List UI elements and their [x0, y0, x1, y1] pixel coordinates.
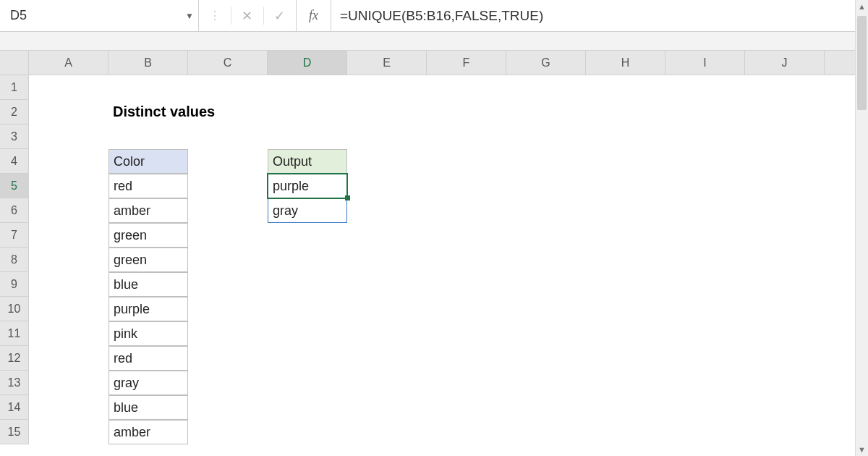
col-header-F[interactable]: F [427, 51, 506, 75]
cell-F5[interactable] [427, 174, 506, 198]
cell-E7[interactable] [347, 223, 427, 248]
cell-J11[interactable] [745, 321, 825, 346]
cell-D8[interactable] [268, 248, 347, 272]
cell-G14[interactable] [506, 395, 586, 420]
cell-D6[interactable]: gray [268, 198, 347, 223]
cancel-icon[interactable]: ✕ [231, 0, 263, 31]
row-header-7[interactable]: 7 [0, 223, 29, 248]
row-header-14[interactable]: 14 [0, 395, 29, 420]
cell-J15[interactable] [745, 420, 825, 444]
cell-B3[interactable] [109, 124, 188, 149]
col-header-D[interactable]: D [268, 51, 347, 75]
cell-F6[interactable] [427, 198, 506, 223]
cell-I1[interactable] [665, 75, 745, 100]
cell-F13[interactable] [427, 371, 506, 395]
cell-B7[interactable]: green [109, 223, 188, 248]
row-header-6[interactable]: 6 [0, 198, 29, 223]
cell-F7[interactable] [427, 223, 506, 248]
cell-A8[interactable] [29, 248, 109, 272]
name-box-dropdown-icon[interactable]: ▼ [185, 11, 194, 21]
cell-E12[interactable] [347, 346, 427, 371]
cell-H4[interactable] [586, 149, 665, 174]
cell-B13[interactable]: gray [109, 371, 188, 395]
cell-H5[interactable] [586, 174, 665, 198]
cell-J4[interactable] [745, 149, 825, 174]
cell-A4[interactable] [29, 149, 109, 174]
cell-D1[interactable] [268, 75, 347, 100]
scroll-up-icon[interactable]: ▲ [858, 0, 866, 13]
cell-I9[interactable] [665, 272, 745, 297]
cell-J1[interactable] [745, 75, 825, 100]
cell-I4[interactable] [665, 149, 745, 174]
cell-D15[interactable] [268, 420, 347, 444]
more-icon[interactable]: ⋮ [199, 0, 231, 31]
cell-J9[interactable] [745, 272, 825, 297]
cell-A6[interactable] [29, 198, 109, 223]
cell-A1[interactable] [29, 75, 109, 100]
cell-J6[interactable] [745, 198, 825, 223]
cell-G8[interactable] [506, 248, 586, 272]
row-header-2[interactable]: 2 [0, 100, 29, 124]
fx-icon[interactable]: fx [297, 0, 331, 31]
cell-E13[interactable] [347, 371, 427, 395]
cell-J3[interactable] [745, 124, 825, 149]
row-header-1[interactable]: 1 [0, 75, 29, 100]
cell-F14[interactable] [427, 395, 506, 420]
col-header-A[interactable]: A [29, 51, 109, 75]
col-header-E[interactable]: E [347, 51, 427, 75]
cell-A15[interactable] [29, 420, 109, 444]
cell-B2-title[interactable]: Distinct values [109, 100, 427, 124]
cell-C6[interactable] [188, 198, 268, 223]
cell-G4[interactable] [506, 149, 586, 174]
cell-B9[interactable]: blue [109, 272, 188, 297]
cell-D11[interactable] [268, 321, 347, 346]
cell-F4[interactable] [427, 149, 506, 174]
cell-C3[interactable] [188, 124, 268, 149]
cell-E1[interactable] [347, 75, 427, 100]
cell-G11[interactable] [506, 321, 586, 346]
cell-H1[interactable] [586, 75, 665, 100]
cell-A12[interactable] [29, 346, 109, 371]
cell-G9[interactable] [506, 272, 586, 297]
cell-D7[interactable] [268, 223, 347, 248]
cell-C13[interactable] [188, 371, 268, 395]
cell-D9[interactable] [268, 272, 347, 297]
cell-D4-header[interactable]: Output [268, 149, 347, 174]
cell-B10[interactable]: purple [109, 297, 188, 321]
cell-G10[interactable] [506, 297, 586, 321]
cell-B1[interactable] [109, 75, 188, 100]
cell-I3[interactable] [665, 124, 745, 149]
cell-J5[interactable] [745, 174, 825, 198]
cell-F10[interactable] [427, 297, 506, 321]
cell-F11[interactable] [427, 321, 506, 346]
scroll-down-icon[interactable]: ▼ [858, 443, 866, 456]
cell-H11[interactable] [586, 321, 665, 346]
col-header-B[interactable]: B [109, 51, 188, 75]
cell-E15[interactable] [347, 420, 427, 444]
enter-icon[interactable]: ✓ [264, 0, 296, 31]
cell-F1[interactable] [427, 75, 506, 100]
cell-B14[interactable]: blue [109, 395, 188, 420]
cell-A7[interactable] [29, 223, 109, 248]
cell-B6[interactable]: amber [109, 198, 188, 223]
col-header-H[interactable]: H [586, 51, 665, 75]
cell-J14[interactable] [745, 395, 825, 420]
cell-A10[interactable] [29, 297, 109, 321]
col-header-I[interactable]: I [665, 51, 745, 75]
cell-H14[interactable] [586, 395, 665, 420]
cell-H12[interactable] [586, 346, 665, 371]
scroll-track[interactable] [856, 13, 868, 443]
scroll-thumb[interactable] [857, 16, 867, 110]
cell-J7[interactable] [745, 223, 825, 248]
cell-E11[interactable] [347, 321, 427, 346]
cell-G7[interactable] [506, 223, 586, 248]
formula-input[interactable]: =UNIQUE(B5:B16,FALSE,TRUE) [331, 8, 868, 24]
row-header-10[interactable]: 10 [0, 297, 29, 321]
row-header-9[interactable]: 9 [0, 272, 29, 297]
cell-H6[interactable] [586, 198, 665, 223]
cell-E4[interactable] [347, 149, 427, 174]
cell-D14[interactable] [268, 395, 347, 420]
cell-I10[interactable] [665, 297, 745, 321]
cell-E10[interactable] [347, 297, 427, 321]
cell-E5[interactable] [347, 174, 427, 198]
